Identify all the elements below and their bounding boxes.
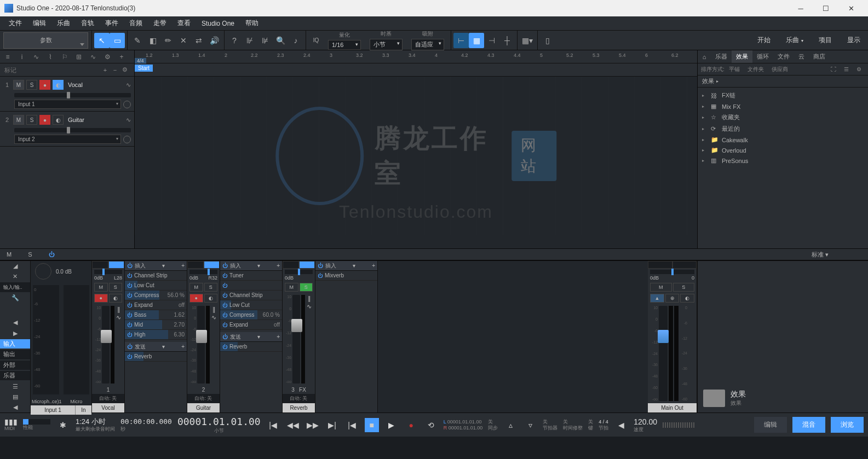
snap-grid-icon[interactable]: ▦ xyxy=(469,33,484,48)
tracklist-curve-icon[interactable]: ∿ xyxy=(32,53,41,61)
tree-item[interactable]: ▸⛓FX链 xyxy=(698,90,868,101)
power-icon[interactable]: ⏻ xyxy=(127,344,133,350)
send-slot[interactable]: ⏻ Reverb xyxy=(125,352,187,362)
mixer-output-tab[interactable]: 输出 xyxy=(0,350,30,359)
power-icon[interactable]: ⏻ xyxy=(318,273,323,278)
send-slot[interactable]: ⏻ Reverb xyxy=(220,342,282,352)
ch-pan-slider[interactable] xyxy=(94,270,122,274)
automation-icon[interactable]: ▯ xyxy=(540,33,555,48)
track-header[interactable]: 2 M S ● ◐ Guitar ∿ Input 2 xyxy=(0,112,134,147)
menu-track[interactable]: 音轨 xyxy=(76,16,100,30)
ch-solo-button[interactable]: S xyxy=(204,283,218,292)
eraser-tool[interactable]: ◧ xyxy=(145,33,160,48)
ch-record-button[interactable]: ● xyxy=(189,294,203,303)
ch-phase-icon[interactable]: ‖ xyxy=(212,306,216,313)
off-label-4[interactable]: 关 xyxy=(588,419,593,425)
power-icon[interactable]: ⏻ xyxy=(127,332,132,338)
browser-breadcrumb[interactable]: 效果 xyxy=(702,77,714,85)
main-pan-slider[interactable] xyxy=(650,270,694,274)
track-volume-slider[interactable] xyxy=(14,93,131,97)
browser-tab-files[interactable]: 文件 xyxy=(773,50,794,63)
paint-tool[interactable]: ✏ xyxy=(160,33,176,48)
tracklist-gear-icon[interactable]: ⚙ xyxy=(103,53,112,61)
nav-start[interactable]: 开始 xyxy=(750,32,778,48)
menu-edit[interactable]: 编辑 xyxy=(27,16,51,30)
main-channel-name[interactable]: Main Out xyxy=(648,403,697,412)
browser-tab-effects[interactable]: 效果 xyxy=(732,50,752,63)
marker-strip[interactable]: 4/4 Start xyxy=(135,63,697,77)
power-icon[interactable]: ⏻ xyxy=(222,273,227,278)
inserts-expand-icon[interactable]: ▾ xyxy=(162,263,165,269)
tree-item[interactable]: ▸▥PreSonus xyxy=(698,155,868,166)
timesig-value[interactable]: 4 / 4 xyxy=(599,419,608,425)
insert-slot[interactable]: ⏻ Expand off xyxy=(220,320,282,330)
power-icon[interactable]: ⏻ xyxy=(127,293,132,298)
insert-slot[interactable]: ⏻ Low Cut xyxy=(220,300,282,310)
mixer-external-tab[interactable]: 外部 xyxy=(0,361,30,370)
sends-expand-icon[interactable]: ▾ xyxy=(257,334,260,340)
marker-gear-icon[interactable]: ⚙ xyxy=(120,66,130,73)
inserts-expand-icon[interactable]: ▾ xyxy=(257,263,260,269)
ch-automation-mode[interactable]: 自动: 关 xyxy=(187,394,220,403)
insert-slot[interactable]: ⏻ Bass 1.62 xyxy=(125,310,187,320)
mixer-tool-icon[interactable]: 🔧 xyxy=(0,293,30,303)
power-icon[interactable]: ⏻ xyxy=(222,322,227,328)
param-dropdown[interactable]: 参数 xyxy=(3,32,88,49)
info-tool[interactable]: ? xyxy=(227,33,242,48)
ch-phase-icon[interactable]: ‖ xyxy=(308,295,311,302)
add-send-icon[interactable]: + xyxy=(181,344,185,350)
input-channel-name[interactable]: Input 1 xyxy=(31,405,75,415)
track-volume-slider[interactable] xyxy=(14,128,131,132)
power-icon[interactable]: ⏻ xyxy=(127,263,133,269)
add-send-icon[interactable]: + xyxy=(277,334,280,340)
loop-left-value[interactable]: 00001.01.01.00 xyxy=(447,419,482,425)
menu-studioone[interactable]: Studio One xyxy=(196,18,240,30)
cpu-icon[interactable]: ✱ xyxy=(56,418,70,432)
ch-monitor-button[interactable]: ◐ xyxy=(204,294,218,303)
tracklist-wave-icon[interactable]: ∿ xyxy=(89,53,97,61)
sort-folder[interactable]: 文件夹 xyxy=(744,65,767,74)
ch-mute-button[interactable]: M xyxy=(94,283,108,292)
main-solo-button[interactable]: S xyxy=(673,283,695,292)
add-insert-icon[interactable]: + xyxy=(372,263,375,269)
main-mono-button[interactable]: ▲ xyxy=(650,294,664,303)
play-button[interactable]: ▶ xyxy=(384,418,399,432)
ch-monitor-button[interactable]: ◐ xyxy=(109,294,123,303)
marker-remove-icon[interactable]: − xyxy=(110,67,120,73)
tracklist-info-icon[interactable]: i xyxy=(18,53,26,61)
sync-off-value[interactable]: 关 xyxy=(488,419,498,425)
sort-flat[interactable]: 平铺 xyxy=(726,65,743,74)
ch-automation-mode[interactable]: 自动: 关 xyxy=(283,394,315,403)
nav-show[interactable]: 显示 xyxy=(840,32,868,48)
mix-view-button[interactable]: 混音 xyxy=(792,417,825,433)
menu-file[interactable]: 文件 xyxy=(3,16,27,30)
rewind-button[interactable]: ◀◀ xyxy=(286,418,300,432)
nav-project[interactable]: 项目 xyxy=(811,32,840,48)
tracklist-menu-icon[interactable]: ≡ xyxy=(3,53,12,61)
menu-event[interactable]: 事件 xyxy=(100,16,124,30)
input-channel-name[interactable]: In xyxy=(75,405,91,415)
tree-item[interactable]: ▸📁Cakewalk xyxy=(698,135,868,145)
tracklist-add-icon[interactable]: + xyxy=(117,53,126,61)
timeline-ruler[interactable]: 1.21.31.422.22.32.433.23.33.444.24.34.45… xyxy=(135,50,697,63)
global-mute-button[interactable]: M xyxy=(7,251,12,258)
track-monitor-button[interactable]: ◐ xyxy=(53,80,64,90)
snap-dropdown[interactable]: 自适应 xyxy=(411,39,444,50)
add-insert-icon[interactable]: + xyxy=(181,263,185,269)
inserts-expand-icon[interactable]: ▾ xyxy=(353,263,355,269)
strip-silence-icon[interactable]: ⊮ xyxy=(242,33,257,48)
maximize-button[interactable]: ☐ xyxy=(813,0,838,16)
mixer-pin-icon[interactable]: ✕ xyxy=(0,271,30,282)
power-icon[interactable]: ⏻ xyxy=(222,293,227,298)
ch-fader[interactable] xyxy=(197,306,205,384)
snap-start-icon[interactable]: ⊢ xyxy=(453,33,469,48)
off-label-3[interactable]: 关 xyxy=(563,419,583,425)
autoscroll-icon[interactable]: ▦▾ xyxy=(520,33,535,48)
edit-view-button[interactable]: 编辑 xyxy=(754,417,787,433)
tracklist-env-icon[interactable]: ⌇ xyxy=(46,53,55,61)
power-icon[interactable]: ⏻ xyxy=(127,273,132,278)
precount-icon[interactable]: ▿ xyxy=(523,418,537,432)
global-solo-button[interactable]: S xyxy=(28,251,32,258)
menu-audio[interactable]: 音频 xyxy=(124,16,148,30)
sort-gear-icon[interactable]: ⚙ xyxy=(853,65,865,73)
